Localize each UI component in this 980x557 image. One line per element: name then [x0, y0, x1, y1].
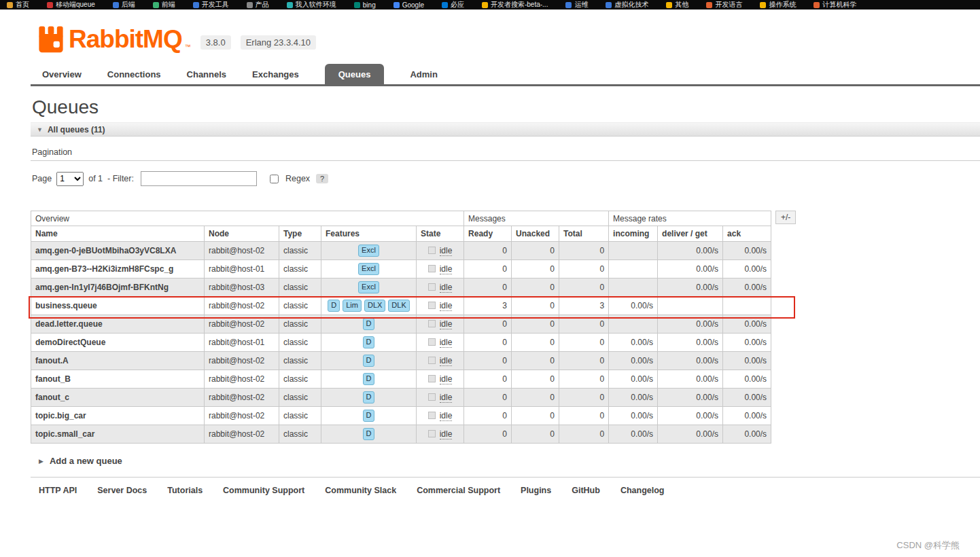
bookmark-item[interactable]: 产品 [247, 0, 269, 10]
queue-row: demoDirectQueuerabbit@host-01classicDidl… [31, 334, 771, 352]
bookmark-favicon-icon [393, 2, 400, 8]
queue-features: D [321, 315, 417, 334]
queue-name-link[interactable]: fanout_B [31, 370, 205, 389]
state-label: idle [440, 264, 453, 274]
bookmark-item[interactable]: 前端 [153, 0, 175, 10]
add-queue-toggle[interactable]: ▶ Add a new queue [39, 456, 980, 466]
column-header-state[interactable]: State [417, 226, 464, 242]
msg-total: 0 [559, 425, 609, 444]
bookmark-item[interactable]: 移动端queue [47, 0, 95, 10]
feature-badge-d: D [363, 336, 375, 348]
rate-ack: 0.00/s [723, 425, 771, 444]
footer-link-community-support[interactable]: Community Support [223, 486, 304, 495]
footer-link-plugins[interactable]: Plugins [521, 486, 551, 495]
pagination-heading: Pagination [32, 147, 980, 157]
column-header-unacked[interactable]: Unacked [512, 226, 559, 242]
column-header-incoming[interactable]: incoming [609, 226, 658, 242]
footer-link-http-api[interactable]: HTTP API [39, 486, 77, 495]
page-select[interactable]: 1 [56, 172, 84, 186]
queue-name-link[interactable]: amq.gen-In1yI7j46BOjmf-BFKntNg [31, 278, 205, 297]
bookmark-item[interactable]: 运维 [565, 0, 588, 10]
tab-overview[interactable]: Overview [42, 64, 82, 84]
tab-exchanges[interactable]: Exchanges [252, 64, 299, 84]
rate-deliver-get: 0.00/s [658, 370, 723, 389]
queue-name-link[interactable]: fanout.A [31, 352, 205, 370]
queue-node: rabbit@host-02 [205, 370, 279, 389]
chevron-right-icon: ▶ [39, 458, 43, 465]
rate-incoming: 0.00/s [609, 425, 658, 444]
bookmark-favicon-icon [760, 2, 766, 8]
tab-queues[interactable]: Queues [325, 64, 385, 84]
bookmark-favicon-icon [193, 2, 199, 8]
footer-link-server-docs[interactable]: Server Docs [97, 486, 147, 495]
queue-name-link[interactable]: dead.letter.queue [31, 315, 205, 334]
column-header-ready[interactable]: Ready [464, 226, 512, 242]
state-indicator-icon [428, 247, 436, 254]
queue-name-link[interactable]: topic.big_car [31, 407, 205, 425]
column-header-ack[interactable]: ack [723, 226, 771, 242]
queue-name-link[interactable]: fanout_c [31, 389, 205, 407]
bookmark-item[interactable]: 开发者搜索-beta-... [482, 0, 548, 10]
queue-row: topic.small_carrabbit@host-02classicDidl… [31, 425, 771, 444]
bookmark-favicon-icon [113, 2, 119, 8]
bookmark-item[interactable]: 操作系统 [760, 0, 796, 10]
rate-deliver-get: 0.00/s [658, 352, 723, 370]
state-indicator-icon [428, 375, 436, 382]
footer-divider [31, 477, 980, 478]
watermark: CSDN @科学熊 [896, 539, 960, 552]
rate-incoming: 0.00/s [609, 352, 658, 370]
bookmark-item[interactable]: 开发工具 [193, 0, 229, 10]
queue-features: Excl [321, 278, 417, 297]
rabbitmq-logo[interactable]: RabbitMQ ™ [37, 26, 191, 53]
columns-toggle-button[interactable]: +/- [775, 211, 796, 224]
tab-admin[interactable]: Admin [410, 64, 437, 84]
bookmark-item[interactable]: 虚拟化技术 [606, 0, 648, 10]
msg-unacked: 0 [512, 297, 559, 315]
bookmark-item[interactable]: 后端 [113, 0, 135, 10]
regex-checkbox[interactable] [270, 175, 279, 183]
erlang-version-badge: Erlang 23.3.4.10 [241, 35, 316, 50]
footer-link-community-slack[interactable]: Community Slack [325, 486, 396, 495]
bookmark-item[interactable]: 必应 [442, 0, 464, 10]
column-header-total[interactable]: Total [559, 226, 609, 242]
tab-connections[interactable]: Connections [107, 64, 161, 84]
version-badge: 3.8.0 [200, 35, 231, 50]
column-header-deliver-get[interactable]: deliver / get [658, 226, 723, 242]
all-queues-section-toggle[interactable]: ▼ All queues (11) [31, 122, 980, 137]
bookmark-item[interactable]: 我入软件环境 [287, 0, 336, 10]
bookmark-label: 操作系统 [769, 0, 796, 10]
bookmark-item[interactable]: bing [354, 1, 376, 9]
regex-help-icon[interactable]: ? [316, 174, 328, 183]
bookmark-item[interactable]: 其他 [666, 0, 688, 10]
bookmark-item[interactable]: 开发语言 [706, 0, 742, 10]
queue-name-link[interactable]: amq.gen-B73--H2Ki3izmH8FCspc_g [31, 260, 205, 278]
bookmark-label: bing [363, 1, 376, 9]
footer-link-github[interactable]: GitHub [572, 486, 600, 495]
feature-badge-excl: Excl [358, 263, 379, 275]
bookmark-item[interactable]: 首页 [7, 0, 29, 10]
column-header-features[interactable]: Features [321, 226, 417, 242]
footer-link-tutorials[interactable]: Tutorials [167, 486, 203, 495]
bookmark-label: 产品 [256, 0, 269, 10]
queue-name-link[interactable]: demoDirectQueue [31, 334, 205, 352]
msg-unacked: 0 [512, 315, 559, 334]
msg-ready: 0 [464, 370, 512, 389]
column-header-node[interactable]: Node [205, 226, 279, 242]
footer-link-changelog[interactable]: Changelog [620, 486, 665, 495]
queue-name-link[interactable]: topic.small_car [31, 425, 205, 444]
queue-name-link[interactable]: business.queue [31, 297, 205, 315]
bookmark-item[interactable]: 计算机科学 [813, 0, 856, 10]
state-indicator-icon [428, 265, 436, 272]
queue-name-link[interactable]: amq.gen-0-jeBUotMbihaO3yVC8LXA [31, 242, 205, 260]
bookmark-label: 开发者搜索-beta-... [491, 0, 548, 10]
queue-features: D [321, 352, 417, 370]
filter-input[interactable] [141, 171, 257, 186]
footer-link-commercial-support[interactable]: Commercial Support [417, 486, 500, 495]
column-header-name[interactable]: Name [31, 226, 205, 242]
rate-incoming [609, 278, 658, 297]
rate-incoming: 0.00/s [609, 389, 658, 407]
tab-channels[interactable]: Channels [187, 64, 227, 84]
column-header-type[interactable]: Type [279, 226, 321, 242]
queue-type: classic [279, 297, 321, 315]
bookmark-item[interactable]: Google [393, 1, 424, 9]
